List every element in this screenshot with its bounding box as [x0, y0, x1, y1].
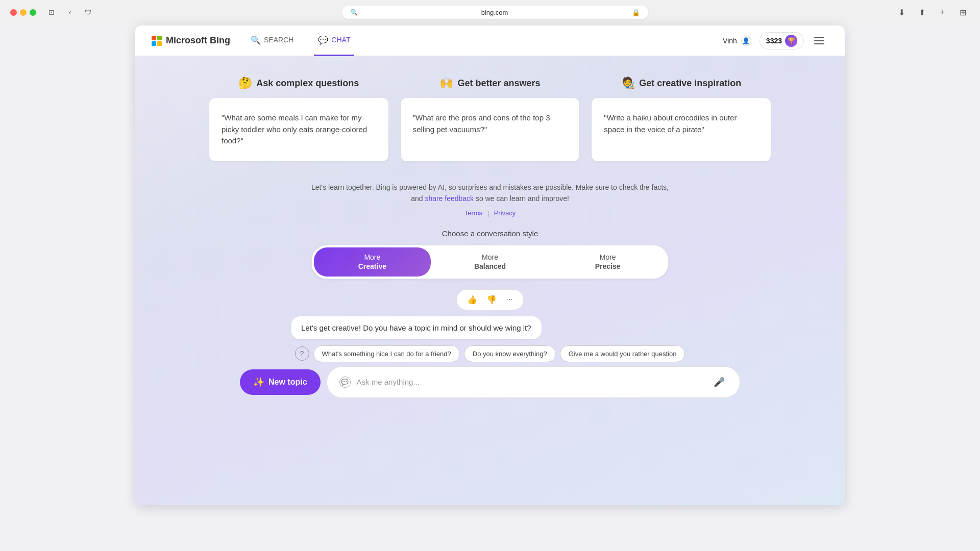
feature-heading-1: 🙌 Get better answers — [401, 77, 580, 90]
logo-text: Microsoft Bing — [166, 35, 230, 46]
feature-heading-2: 🧑‍🎨 Get creative inspiration — [592, 77, 771, 90]
feature-title-0: Ask complex questions — [256, 78, 359, 89]
traffic-lights — [10, 9, 36, 16]
style-precise-button[interactable]: More Precise — [549, 247, 666, 276]
user-avatar-icon: 👤 — [741, 36, 751, 46]
suggestions: ? What's something nice I can do for a f… — [291, 345, 689, 362]
sparkle-icon: ✨ — [253, 377, 264, 388]
points-count: 3323 — [766, 37, 782, 45]
feature-quote-2: "Write a haiku about crocodiles in outer… — [604, 113, 737, 134]
microphone-button[interactable]: 🎤 — [711, 374, 727, 390]
feature-box-2[interactable]: "Write a haiku about crocodiles in outer… — [592, 98, 771, 161]
logo-blue — [152, 41, 156, 46]
info-section: Let's learn together. Bing is powered by… — [311, 182, 669, 217]
sidebar-toggle-button[interactable]: ⊡ — [44, 5, 59, 19]
main-content: 🤔 Ask complex questions "What are some m… — [135, 56, 845, 505]
header-right: Vinh 👤 3323 🏆 — [723, 32, 828, 49]
style-creative-modifier: More — [324, 253, 421, 262]
new-tab-button[interactable]: + — [935, 5, 949, 19]
nav-chat-label: CHAT — [331, 36, 350, 44]
style-precise-modifier: More — [559, 253, 656, 262]
chat-input-placeholder: Ask me anything... — [357, 378, 705, 386]
hamburger-line-1 — [814, 37, 824, 38]
conversation-title: Choose a conversation style — [311, 229, 669, 238]
suggestion-chip-0[interactable]: What's something nice I can do for a fri… — [313, 345, 460, 362]
feature-title-2: Get creative inspiration — [639, 78, 741, 89]
new-topic-label: New topic — [268, 378, 307, 387]
points-badge: 3323 🏆 — [760, 32, 804, 49]
new-topic-button[interactable]: ✨ New topic — [240, 369, 321, 395]
logo-green — [157, 36, 162, 40]
close-button[interactable] — [10, 9, 17, 16]
maximize-button[interactable] — [30, 9, 36, 16]
feature-card-0: 🤔 Ask complex questions "What are some m… — [209, 77, 388, 161]
downloads-button[interactable]: ⬇ — [894, 5, 909, 19]
style-precise-label: Precise — [559, 262, 656, 271]
browser-nav-controls: ⊡ ‹ 🛡 — [44, 5, 95, 19]
help-icon: ? — [295, 346, 309, 361]
info-links: Terms | Privacy — [311, 209, 669, 217]
style-balanced-button[interactable]: More Balanced — [432, 247, 549, 276]
nav-search-label: SEARCH — [264, 36, 293, 44]
feature-card-2: 🧑‍🎨 Get creative inspiration "Write a ha… — [592, 77, 771, 161]
privacy-link[interactable]: Privacy — [494, 209, 516, 217]
info-text: Let's learn together. Bing is powered by… — [311, 182, 669, 205]
header: Microsoft Bing 🔍 SEARCH 💬 CHAT Vinh 👤 33… — [135, 26, 845, 56]
search-nav-icon: 🔍 — [251, 35, 261, 45]
hamburger-line-2 — [814, 40, 824, 41]
trophy-icon: 🏆 — [785, 35, 797, 47]
url-text: bing.com — [362, 9, 628, 16]
chat-input-container[interactable]: 💬 Ask me anything... 🎤 — [327, 366, 740, 398]
nav-search[interactable]: 🔍 SEARCH — [247, 26, 298, 56]
user-section[interactable]: Vinh 👤 — [723, 36, 751, 46]
tabs-button[interactable]: ⊞ — [955, 5, 970, 19]
feature-box-1[interactable]: "What are the pros and cons of the top 3… — [401, 98, 580, 161]
style-creative-button[interactable]: More Creative — [314, 247, 431, 276]
hamburger-menu-button[interactable] — [812, 33, 828, 49]
suggestion-chip-1[interactable]: Do you know everything? — [464, 345, 556, 362]
logo-red — [152, 36, 156, 40]
username: Vinh — [723, 37, 737, 45]
share-feedback-link[interactable]: share feedback — [425, 194, 474, 203]
bot-message: Let's get creative! Do you have a topic … — [291, 316, 542, 339]
share-button[interactable]: ⬆ — [915, 5, 929, 19]
chat-bubble-icon: 💬 — [339, 377, 351, 388]
microsoft-logo — [152, 36, 162, 46]
feature-emoji-2: 🧑‍🎨 — [621, 77, 635, 90]
terms-link[interactable]: Terms — [464, 209, 482, 217]
suggestion-chip-2[interactable]: Give me a would you rather question — [560, 345, 685, 362]
logo-yellow — [157, 41, 162, 46]
thumbs-down-button[interactable]: 👎 — [482, 293, 501, 307]
info-end-text: so we can learn and improve! — [476, 194, 569, 203]
shield-icon[interactable]: 🛡 — [81, 5, 95, 19]
style-selector: More Creative More Balanced More Precise — [311, 245, 669, 279]
conversation-section: Choose a conversation style More Creativ… — [311, 229, 669, 279]
feature-quote-1: "What are the pros and cons of the top 3… — [413, 113, 550, 134]
divider: | — [487, 209, 491, 217]
minimize-button[interactable] — [20, 9, 27, 16]
chat-area: 👍 👎 ··· Let's get creative! Do you have … — [291, 289, 689, 362]
feature-emoji-1: 🙌 — [439, 77, 453, 90]
lock-icon: 🔒 — [632, 9, 640, 16]
feedback-bar: 👍 👎 ··· — [456, 289, 523, 310]
feature-emoji-0: 🤔 — [238, 77, 252, 90]
chat-nav-icon: 💬 — [318, 35, 328, 45]
input-bar: ✨ New topic 💬 Ask me anything... 🎤 — [240, 366, 740, 398]
feature-title-1: Get better answers — [457, 78, 540, 89]
logo: Microsoft Bing — [152, 35, 230, 46]
hamburger-line-3 — [814, 43, 824, 44]
style-balanced-modifier: More — [442, 253, 538, 262]
main-window: Microsoft Bing 🔍 SEARCH 💬 CHAT Vinh 👤 33… — [135, 26, 845, 505]
feature-heading-0: 🤔 Ask complex questions — [209, 77, 388, 90]
more-options-button[interactable]: ··· — [502, 293, 517, 307]
back-button[interactable]: ‹ — [63, 5, 77, 19]
browser-right-controls: ⬇ ⬆ + ⊞ — [894, 5, 970, 19]
thumbs-up-button[interactable]: 👍 — [463, 293, 481, 307]
nav-chat[interactable]: 💬 CHAT — [314, 26, 354, 56]
address-bar[interactable]: 🔍 bing.com 🔒 — [342, 6, 648, 19]
feature-quote-0: "What are some meals I can make for my p… — [222, 113, 367, 145]
feature-card-1: 🙌 Get better answers "What are the pros … — [401, 77, 580, 161]
bot-message-text: Let's get creative! Do you have a topic … — [301, 323, 531, 332]
browser-chrome: ⊡ ‹ 🛡 🔍 bing.com 🔒 ⬇ ⬆ + ⊞ — [0, 0, 980, 23]
feature-box-0[interactable]: "What are some meals I can make for my p… — [209, 98, 388, 161]
